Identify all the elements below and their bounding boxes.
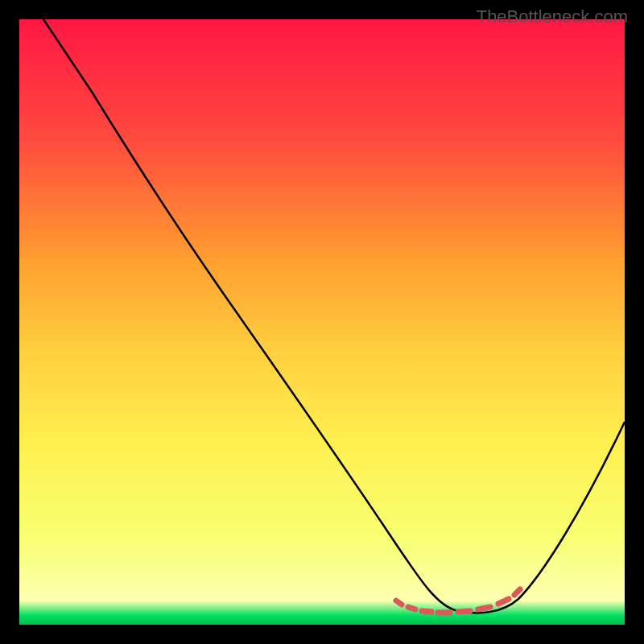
watermark-text: TheBottleneck.com (477, 6, 628, 27)
curve-layer (19, 19, 625, 625)
plot-area (19, 19, 625, 625)
bottleneck-curve (43, 19, 625, 613)
